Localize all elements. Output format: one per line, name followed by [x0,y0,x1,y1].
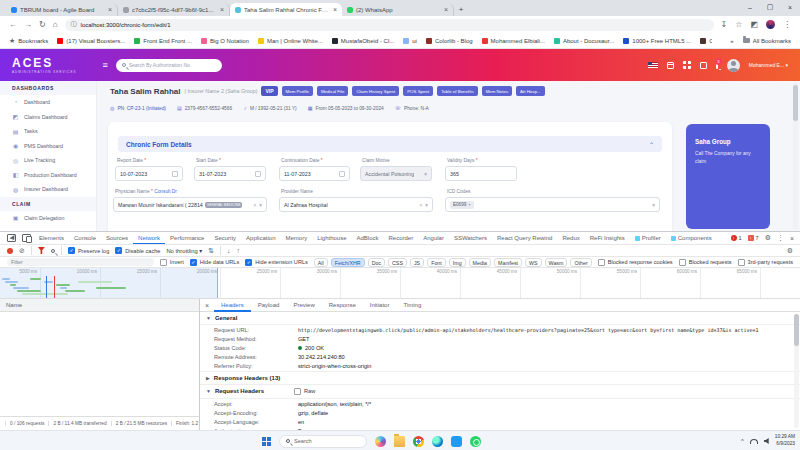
browser-menu-icon[interactable]: ⋮ [783,21,791,29]
filter-checkbox[interactable]: Blocked response cookies [598,259,673,266]
toolbar-checkbox[interactable]: Disable cache [115,247,160,254]
filter-icon[interactable] [38,247,45,254]
filter-checkbox[interactable]: Blocked requests [679,259,732,266]
devtools-tab[interactable]: Sources [101,232,133,245]
toolbar-checkbox[interactable]: Preserve log [68,247,109,254]
request-type-chip[interactable]: Fetch/XHR [331,258,365,267]
sidebar-item[interactable]: ▣ Claim Delegation [0,211,96,226]
details-tab[interactable]: Payload [251,299,287,312]
clear-icon[interactable]: × [253,202,256,208]
bookmark-item[interactable]: (17) Visual Boosters... [57,38,125,44]
filter-checkbox[interactable]: Hide data URLs [190,259,240,266]
taskbar-search[interactable]: Search [279,435,367,448]
devtools-tab[interactable]: Components [666,232,717,245]
network-overview-timeline[interactable]: 5000 ms10000 ms15000 ms20000 ms25000 ms3… [0,268,800,299]
calendar-picker-icon[interactable] [339,171,345,177]
devtools-tab[interactable]: ReFi Insights [585,232,630,245]
request-type-chip[interactable]: Other [570,258,591,267]
vscode-icon[interactable] [451,436,462,447]
search-network-icon[interactable] [51,249,55,253]
devtools-tab[interactable]: Network [133,232,165,245]
member-action-button[interactable]: Mem Notes [482,86,512,96]
sidebar-item[interactable]: ◉ PMS Dashboard [0,139,96,154]
export-har-icon[interactable]: ↑ [237,247,241,254]
sidebar-item[interactable]: ◔ Dashboard [0,95,96,110]
inspect-element-icon[interactable] [7,234,16,242]
details-tab[interactable]: Headers [214,299,251,312]
request-type-chip[interactable]: Wasm [545,258,568,267]
language-flag-icon[interactable] [648,62,658,68]
devtools-tab[interactable]: Lighthouse [312,232,351,245]
console-errors-badge[interactable]: !1 [731,235,742,241]
volume-icon[interactable] [764,438,769,444]
request-type-chip[interactable]: Media [469,258,491,267]
devtools-tab[interactable]: Elements [34,232,69,245]
devtools-tab[interactable]: Profiler [630,232,666,245]
bookmark-item[interactable]: MustafaObeid - Cl... [332,38,394,44]
remove-tag-icon[interactable]: × [468,202,470,207]
filter-checkbox[interactable]: Invert [160,259,184,266]
apps-grid-icon[interactable] [683,61,691,69]
browser-profile-avatar[interactable] [766,20,775,29]
request-type-chip[interactable]: WS [525,258,542,267]
browser-tab[interactable]: c7cbc2f5-f95c-4df7-9b6f-9c1... × [118,3,230,16]
throttling-select[interactable]: No throttling ▾ [166,248,202,254]
member-action-button[interactable]: Medical File [317,86,348,96]
file-explorer-icon[interactable] [394,436,405,447]
devtools-tab[interactable]: Recorder [384,232,419,245]
sidebar-item[interactable]: ◩ Claims Dashboard [0,110,96,125]
tab-close-icon[interactable]: × [108,6,112,13]
sidebar-item[interactable]: ◧ Production Dashboard [0,168,96,183]
member-action-button[interactable]: Mem Profile [282,86,313,96]
request-type-chip[interactable]: Manifest [494,258,522,267]
user-avatar[interactable] [727,59,740,72]
validity-days-input[interactable]: 365 [445,166,517,181]
console-warnings-badge[interactable]: !7 [748,235,759,241]
save-icon[interactable]: ↧ [721,21,728,29]
bookmark-item[interactable]: Mohammed Elbiali... [482,38,545,44]
reload-icon[interactable]: ↻ [39,21,46,29]
chevron-down-icon[interactable]: ▾ [259,202,262,208]
member-action-button[interactable]: Claim History Spent [352,86,399,96]
taskbar-clock[interactable]: 10:29 AM 6/9/2023 [775,434,795,448]
all-bookmarks-button[interactable]: All Bookmarks [743,38,791,44]
request-type-chip[interactable]: Doc [368,258,385,267]
collapse-chevron-icon[interactable]: ⌃ [649,141,654,148]
close-details-icon[interactable]: × [200,302,214,309]
request-type-chip[interactable]: Font [427,258,446,267]
claim-motive-select[interactable]: Accidental Poisoning ▾ [360,166,432,181]
tab-close-icon[interactable]: × [444,6,448,13]
maximize-button[interactable]: ▢ [760,0,780,14]
devtools-tab[interactable]: Console [69,232,101,245]
forward-icon[interactable]: → [24,21,32,29]
bookmark-item[interactable]: Colorlib - Blog [426,38,473,44]
details-tab[interactable]: Initiator [363,299,397,312]
clear-network-log-icon[interactable]: ⊘ [19,247,25,254]
page-scrollbar[interactable] [793,82,798,229]
bookmark-item[interactable]: ui [403,38,417,44]
bookmarks-star-item[interactable]: ★ Bookmarks [9,37,48,45]
import-har-icon[interactable]: ↓ [227,247,231,254]
calendar-icon[interactable] [667,62,674,69]
devtools-tab[interactable]: Application [241,232,280,245]
devtools-tab[interactable]: Performance [165,232,209,245]
app-logo[interactable]: ACES ADMINISTRATION SERVICES [12,56,76,74]
bookmark-item[interactable]: 1000+ Free HTML5 ... [623,38,691,44]
details-tab[interactable]: Timing [396,299,428,312]
record-network-log-icon[interactable] [7,248,13,254]
details-tab[interactable]: Preview [286,299,321,312]
bookmark-item[interactable]: Man | Online White... [258,38,323,44]
request-headers-section-header[interactable]: ▼Request Headers Raw [200,385,800,399]
notifications-bell-icon[interactable]: 3 [716,62,718,68]
network-settings-icon[interactable]: ⚙ [787,247,793,255]
details-tab[interactable]: Response [322,299,363,312]
devtools-tab[interactable]: SSWatchers [449,232,492,245]
request-type-chip[interactable]: JS [410,258,424,267]
start-button[interactable] [262,437,271,446]
network-filter-input[interactable]: Filter [7,258,154,266]
devtools-tab[interactable]: Angular [418,232,449,245]
devtools-tab[interactable]: Redux [557,232,584,245]
devtools-close-icon[interactable]: × [790,235,794,242]
devtools-tab[interactable]: AdBlock [352,232,384,245]
site-info-icon[interactable]: ⓘ [71,20,77,29]
